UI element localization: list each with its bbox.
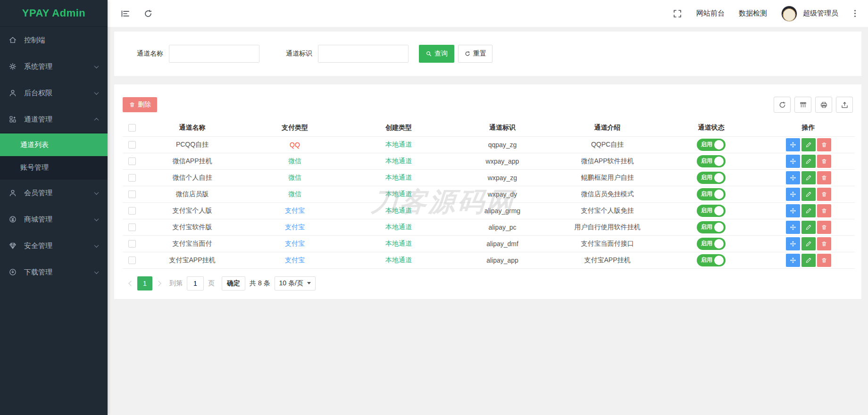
fullscreen-icon[interactable] xyxy=(673,9,682,18)
sidebar-item-label: 商城管理 xyxy=(24,215,52,224)
collapse-menu-icon[interactable] xyxy=(121,9,130,18)
sidebar-item-会员管理[interactable]: 会员管理 xyxy=(0,180,108,206)
delete-row-button[interactable] xyxy=(817,237,831,250)
move-icon xyxy=(790,174,796,181)
move-row-button[interactable] xyxy=(786,171,800,184)
page-size-select[interactable]: 10 条/页 xyxy=(275,276,316,290)
row-checkbox[interactable] xyxy=(128,174,136,182)
status-toggle[interactable]: 启用 xyxy=(697,221,726,233)
delete-row-button[interactable] xyxy=(817,171,831,184)
trash-icon xyxy=(821,224,827,231)
row-checkbox[interactable] xyxy=(128,207,136,215)
status-toggle[interactable]: 启用 xyxy=(697,188,726,200)
edit-row-button[interactable] xyxy=(801,221,816,234)
table-print-button[interactable] xyxy=(815,97,832,113)
sidebar-item-通道管理[interactable]: 通道管理 xyxy=(0,106,108,133)
edit-row-button[interactable] xyxy=(801,155,816,168)
status-toggle[interactable]: 启用 xyxy=(697,238,726,250)
data-check-link[interactable]: 数据检测 xyxy=(739,9,767,18)
row-checkbox[interactable] xyxy=(128,224,136,231)
sidebar-item-后台权限[interactable]: 后台权限 xyxy=(0,80,108,106)
row-checkbox[interactable] xyxy=(128,240,136,248)
cell-channel-name: 支付宝软件版 xyxy=(142,219,243,235)
grid-icon xyxy=(8,115,17,124)
chevron-down-icon xyxy=(94,64,99,68)
row-checkbox[interactable] xyxy=(128,141,136,149)
status-toggle[interactable]: 启用 xyxy=(697,254,726,266)
edit-row-button[interactable] xyxy=(801,171,816,184)
row-checkbox[interactable] xyxy=(128,257,136,264)
site-front-link[interactable]: 网站前台 xyxy=(696,9,725,18)
delete-row-button[interactable] xyxy=(817,155,831,168)
move-row-button[interactable] xyxy=(786,221,800,234)
table-export-button[interactable] xyxy=(836,97,853,113)
channel-code-input[interactable] xyxy=(318,45,409,63)
move-icon xyxy=(790,191,796,198)
move-row-button[interactable] xyxy=(786,188,800,201)
toggle-knob-icon xyxy=(714,190,724,199)
sidebar-item-安全管理[interactable]: 安全管理 xyxy=(0,232,108,259)
row-checkbox[interactable] xyxy=(128,191,136,198)
delete-row-button[interactable] xyxy=(817,254,831,267)
page-number-1[interactable]: 1 xyxy=(137,276,152,290)
move-row-button[interactable] xyxy=(786,138,800,151)
cell-channel-code: alipay_app xyxy=(451,252,554,268)
table-columns-button[interactable] xyxy=(794,97,811,113)
sidebar-item-商城管理[interactable]: 商城管理 xyxy=(0,206,108,232)
goto-confirm-button[interactable]: 确定 xyxy=(222,276,245,290)
table-header-row: 通道名称支付类型创建类型通道标识通道介绍通道状态操作 xyxy=(123,119,855,136)
status-toggle[interactable]: 启用 xyxy=(697,139,726,151)
sidebar-item-下载管理[interactable]: 下载管理 xyxy=(0,259,108,285)
edit-row-button[interactable] xyxy=(801,237,816,250)
prev-page-icon[interactable] xyxy=(128,281,134,286)
cell-channel-code: qqpay_zg xyxy=(451,136,554,153)
sidebar-item-label: 会员管理 xyxy=(24,189,52,198)
column-header-通道状态: 通道状态 xyxy=(660,119,762,136)
edit-row-button[interactable] xyxy=(801,188,816,201)
goto-page-input[interactable] xyxy=(187,276,204,290)
table-refresh-button[interactable] xyxy=(774,97,791,113)
table-row: 支付宝APP挂机支付宝本地通道alipay_app支付宝APP挂机启用 xyxy=(123,252,855,268)
delete-selected-button[interactable]: 删除 xyxy=(123,97,157,112)
trash-icon xyxy=(821,208,827,214)
more-menu-icon[interactable] xyxy=(852,8,858,19)
sidebar-item-label: 后台权限 xyxy=(24,89,52,98)
sidebar-subitem-通道列表[interactable]: 通道列表 xyxy=(0,133,108,156)
status-label: 启用 xyxy=(701,256,712,264)
cell-channel-code: alipay_grmg xyxy=(451,202,554,219)
edit-icon xyxy=(805,141,812,148)
sidebar-menu: 控制端系统管理后台权限通道管理通道列表账号管理会员管理商城管理安全管理下载管理 xyxy=(0,27,108,285)
query-button[interactable]: 查询 xyxy=(419,45,454,63)
column-header-通道介绍: 通道介绍 xyxy=(554,119,660,136)
delete-row-button[interactable] xyxy=(817,204,831,217)
delete-row-button[interactable] xyxy=(817,138,831,151)
sidebar-item-系统管理[interactable]: 系统管理 xyxy=(0,53,108,80)
channel-name-input[interactable] xyxy=(169,45,259,63)
edit-row-button[interactable] xyxy=(801,138,816,151)
reset-button[interactable]: 重置 xyxy=(458,45,492,63)
sidebar-subitem-账号管理[interactable]: 账号管理 xyxy=(0,156,108,179)
next-page-icon[interactable] xyxy=(156,281,161,286)
refresh-page-icon[interactable] xyxy=(143,9,153,18)
delete-row-button[interactable] xyxy=(817,221,831,234)
move-row-button[interactable] xyxy=(786,155,800,168)
move-row-button[interactable] xyxy=(786,254,800,267)
table-row: 微信个人自挂微信本地通道wxpay_zg鲲鹏框架用户自挂启用 xyxy=(123,169,855,186)
move-row-button[interactable] xyxy=(786,204,800,217)
delete-row-button[interactable] xyxy=(817,188,831,201)
trash-icon xyxy=(821,174,827,181)
status-toggle[interactable]: 启用 xyxy=(697,172,726,184)
status-toggle[interactable]: 启用 xyxy=(697,155,726,167)
cell-channel-name: 微信个人自挂 xyxy=(142,169,243,186)
user-menu[interactable]: 超级管理员 xyxy=(781,6,838,22)
move-row-button[interactable] xyxy=(786,237,800,250)
select-all-checkbox[interactable] xyxy=(128,124,136,132)
row-checkbox[interactable] xyxy=(128,158,136,165)
sidebar-item-控制端[interactable]: 控制端 xyxy=(0,27,108,53)
edit-row-button[interactable] xyxy=(801,204,816,217)
cell-channel-code: wxpay_dy xyxy=(451,186,554,202)
edit-icon xyxy=(805,174,812,181)
status-toggle[interactable]: 启用 xyxy=(697,205,726,217)
edit-row-button[interactable] xyxy=(801,254,816,267)
edit-icon xyxy=(805,191,812,198)
